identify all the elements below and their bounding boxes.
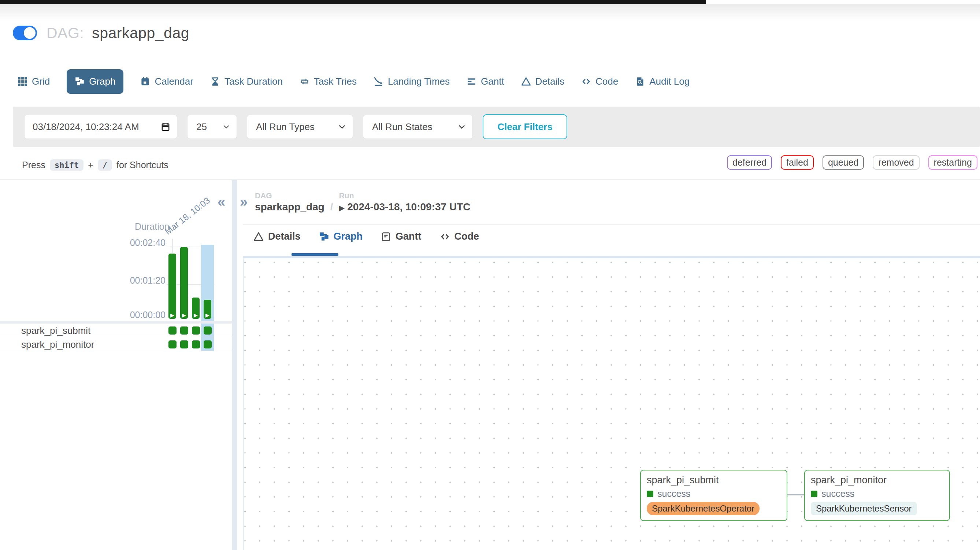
shortcuts-hint: Press shift + / for Shortcuts: [22, 154, 169, 176]
tab-calendar[interactable]: Calendar: [140, 76, 193, 87]
tab-grid[interactable]: Grid: [18, 76, 50, 87]
task-instance-cell[interactable]: [180, 327, 188, 335]
duration-bar-run-2[interactable]: ▶: [180, 247, 188, 319]
task-instance-cell[interactable]: [204, 340, 212, 349]
tab-label: Task Duration: [224, 76, 283, 87]
state-badge-queued[interactable]: queued: [822, 155, 864, 170]
play-icon: ▶: [180, 312, 188, 318]
graph-icon: [75, 77, 84, 86]
node-state: success: [821, 488, 854, 499]
section-divider: [0, 179, 980, 180]
task-edge: [788, 494, 804, 496]
tab-gantt[interactable]: Gantt: [466, 76, 504, 87]
play-icon: ▶: [339, 204, 345, 212]
graph-node-spark-pi-monitor[interactable]: spark_pi_monitor success SparkKubernetes…: [804, 470, 950, 521]
detail-tab-graph[interactable]: Graph: [319, 231, 363, 242]
tab-label: Code: [595, 76, 618, 87]
chart-task-divider: [0, 321, 232, 324]
duration-bar-run-4[interactable]: ▶: [204, 300, 211, 319]
task-instance-cell[interactable]: [192, 327, 200, 335]
clear-filters-button[interactable]: Clear Filters: [483, 114, 567, 139]
detail-tab-code[interactable]: Code: [440, 231, 479, 242]
warning-triangle-icon: [521, 77, 531, 86]
calendar-icon: [140, 77, 150, 86]
toggle-knob: [24, 27, 35, 39]
state-badge-removed[interactable]: removed: [873, 155, 919, 170]
tab-label: Gantt: [396, 231, 422, 242]
state-badge-deferred[interactable]: deferred: [727, 155, 772, 170]
active-tab-underline: [291, 253, 338, 256]
run-states-select[interactable]: All Run States: [363, 115, 473, 139]
detail-tab-gantt[interactable]: Gantt: [381, 231, 422, 242]
tab-landing-times[interactable]: Landing Times: [374, 76, 450, 87]
duration-bar-run-3[interactable]: ▶: [192, 298, 200, 319]
tab-label: Audit Log: [649, 76, 690, 87]
tab-details[interactable]: Details: [521, 76, 564, 87]
dag-pause-toggle[interactable]: [13, 26, 37, 40]
task-instance-cell[interactable]: [169, 340, 177, 349]
dag-header: DAG: sparkapp_dag: [13, 24, 189, 42]
shortcuts-suffix: for Shortcuts: [116, 160, 169, 171]
state-badge-failed[interactable]: failed: [781, 155, 814, 170]
duration-bar-run-1[interactable]: ▶: [169, 253, 176, 319]
airflow-dag-page: DAG: sparkapp_dag Grid Graph: [0, 0, 980, 550]
page-size-value: 25: [196, 121, 207, 132]
tab-label: Landing Times: [388, 76, 450, 87]
tab-task-duration[interactable]: Task Duration: [210, 76, 283, 87]
window-top-bar: [0, 0, 706, 4]
datepicker-calendar-icon[interactable]: [161, 122, 170, 132]
task-row-spark-pi-monitor: spark_pi_monitor: [0, 338, 232, 351]
run-types-value: All Run Types: [256, 121, 315, 132]
breadcrumb-dag-value[interactable]: sparkapp_dag: [255, 201, 325, 213]
task-instance-cell[interactable]: [180, 340, 188, 349]
task-name[interactable]: spark_pi_monitor: [21, 339, 94, 350]
success-square-icon: [811, 491, 818, 497]
task-instance-cell[interactable]: [192, 340, 200, 349]
breadcrumb-dag-label: DAG: [255, 191, 325, 200]
tab-label: Gantt: [481, 76, 504, 87]
tab-label: Calendar: [154, 76, 193, 87]
task-name[interactable]: spark_pi_submit: [21, 325, 91, 336]
detail-tab-details[interactable]: Details: [253, 231, 301, 242]
chevron-down-icon: [223, 123, 230, 131]
graph-icon: [319, 231, 329, 242]
node-title: spark_pi_submit: [647, 475, 781, 486]
breadcrumb-run-label: Run: [339, 191, 471, 200]
tab-audit-log[interactable]: Audit Log: [635, 76, 690, 87]
chevron-down-icon: [338, 123, 346, 131]
expand-details-icon[interactable]: »: [240, 194, 248, 210]
tab-label: Task Tries: [314, 76, 357, 87]
tab-label: Grid: [32, 76, 50, 87]
top-shadow-gradient: [0, 4, 980, 21]
page-title: DAG: sparkapp_dag: [46, 25, 189, 42]
chevron-down-icon: [458, 123, 466, 131]
dag-view-tabs: Grid Graph Calendar: [18, 65, 690, 97]
run-timestamp: 2024-03-18, 10:09:37 UTC: [347, 201, 470, 212]
tab-label: Details: [535, 76, 564, 87]
tab-task-tries[interactable]: Task Tries: [299, 76, 357, 87]
dag-name: sparkapp_dag: [92, 25, 189, 41]
kbd-shift: shift: [50, 159, 83, 171]
task-instance-cell[interactable]: [204, 327, 212, 335]
y-tick-2: 00:00:00: [129, 309, 165, 320]
node-status: success: [647, 488, 781, 499]
run-column-header[interactable]: Mar 18, 10:03: [163, 195, 212, 237]
tab-label: Graph: [89, 76, 115, 87]
panel-resize-handle[interactable]: [232, 180, 237, 550]
collapse-grid-icon[interactable]: «: [218, 194, 225, 210]
tab-label: Code: [455, 231, 479, 242]
tab-code[interactable]: Code: [581, 76, 618, 87]
play-icon: ▶: [192, 312, 200, 318]
task-instance-cell[interactable]: [169, 327, 177, 335]
base-date-input[interactable]: 03/18/2024, 10:23:24 AM: [24, 115, 177, 139]
run-detail-tabs: Details Graph Gantt Co: [253, 231, 479, 242]
graph-node-spark-pi-submit[interactable]: spark_pi_submit success SparkKubernetesO…: [640, 470, 788, 521]
tab-graph[interactable]: Graph: [67, 69, 123, 94]
state-legend: deferred failed queued removed restartin…: [727, 155, 980, 170]
run-filter-bar: 03/18/2024, 10:23:24 AM 25 All Run Types…: [13, 107, 980, 147]
page-size-select[interactable]: 25: [187, 115, 237, 139]
breadcrumb-run-value[interactable]: ▶2024-03-18, 10:09:37 UTC: [339, 201, 471, 213]
run-types-select[interactable]: All Run Types: [247, 115, 353, 139]
node-state: success: [657, 488, 690, 499]
state-badge-restarting[interactable]: restarting: [928, 155, 977, 170]
